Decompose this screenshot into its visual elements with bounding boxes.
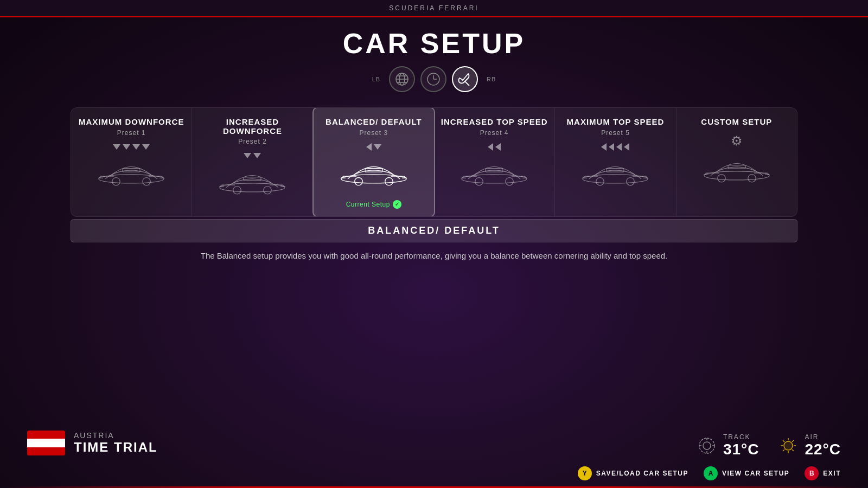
preset-3-arrows — [366, 142, 381, 152]
svg-point-29 — [704, 171, 769, 179]
svg-point-18 — [355, 177, 362, 185]
page-title: CAR SETUP — [343, 27, 525, 60]
arrow-2 — [253, 153, 261, 158]
svg-point-11 — [143, 177, 150, 185]
preset-1-subtitle: Preset 1 — [117, 129, 146, 137]
preset-card-2[interactable]: INCREASED DOWNFORCE Preset 2 — [192, 108, 313, 216]
preset-4-subtitle: Preset 4 — [480, 129, 509, 137]
preset-card-3[interactable]: BALANCED/ DEFAULT Preset 3 — [312, 107, 435, 217]
preset-2-car — [197, 164, 307, 204]
preset-1-arrows — [113, 142, 150, 152]
preset-5-subtitle: Preset 5 — [601, 129, 630, 137]
svg-point-19 — [385, 177, 393, 185]
preset-card-4[interactable]: INCREASED TOP SPEED Preset 4 — [434, 108, 555, 216]
setup-description: The Balanced setup provides you with goo… — [71, 250, 797, 262]
setup-info-bar: BALANCED/ DEFAULT — [71, 219, 797, 242]
preset-1-car — [76, 155, 186, 196]
preset-3-title: BALANCED/ DEFAULT — [326, 118, 422, 127]
current-setup-badge: Current Setup ✓ — [346, 200, 401, 209]
svg-point-23 — [506, 177, 513, 185]
preset-3-car — [319, 155, 429, 196]
tab-wrench[interactable] — [452, 66, 478, 92]
arrow-2 — [609, 143, 614, 151]
arrow-left — [366, 143, 372, 151]
current-setup-label: Current Setup — [346, 201, 390, 208]
preset-card-custom[interactable]: CUSTOM SETUP ⚙ — [676, 108, 797, 216]
team-name: SCUDERIA FERRARI — [389, 4, 478, 12]
svg-point-26 — [596, 177, 604, 185]
arrow-4 — [624, 143, 629, 151]
arrow-4 — [142, 144, 150, 150]
cards-row: MAXIMUM DOWNFORCE Preset 1 — [71, 107, 797, 217]
svg-point-9 — [99, 174, 164, 183]
svg-point-31 — [748, 174, 756, 182]
svg-point-22 — [475, 177, 483, 185]
svg-point-17 — [341, 174, 406, 183]
preset-2-subtitle: Preset 2 — [238, 138, 267, 145]
custom-title: CUSTOM SETUP — [701, 118, 772, 127]
arrow-2 — [123, 144, 130, 150]
preset-4-arrows — [488, 142, 501, 152]
svg-point-15 — [264, 187, 271, 194]
check-icon: ✓ — [393, 200, 401, 209]
preset-4-title: INCREASED TOP SPEED — [441, 118, 548, 127]
selected-setup-title: BALANCED/ DEFAULT — [368, 225, 500, 236]
tab-globe[interactable] — [389, 66, 415, 92]
svg-point-21 — [462, 174, 527, 183]
preset-card-5[interactable]: MAXIMUM TOP SPEED Preset 5 — [555, 108, 676, 216]
svg-point-10 — [112, 177, 120, 185]
tab-rb[interactable]: RB — [483, 75, 499, 84]
preset-2-title: INCREASED DOWNFORCE — [197, 118, 307, 136]
presets-container: MAXIMUM DOWNFORCE Preset 1 — [71, 107, 797, 262]
svg-point-14 — [233, 187, 241, 194]
main-content: CAR SETUP LB RB — [0, 0, 868, 488]
custom-car — [682, 152, 792, 192]
preset-card-1[interactable]: MAXIMUM DOWNFORCE Preset 1 — [71, 108, 192, 216]
preset-5-car — [560, 155, 670, 196]
arrow-1 — [113, 144, 120, 150]
preset-5-title: MAXIMUM TOP SPEED — [567, 118, 665, 127]
arrow-down — [374, 144, 381, 150]
svg-point-30 — [718, 174, 725, 182]
svg-line-8 — [465, 81, 469, 86]
svg-point-27 — [627, 177, 634, 185]
arrow-3 — [616, 143, 622, 151]
tab-bar: LB RB — [369, 66, 500, 92]
gear-icon: ⚙ — [731, 133, 743, 149]
arrow-1 — [244, 153, 251, 158]
svg-point-13 — [220, 183, 285, 192]
tab-lb[interactable]: LB — [369, 75, 384, 84]
arrow-3 — [132, 144, 140, 150]
preset-5-arrows — [601, 142, 629, 152]
arrow-2 — [495, 143, 501, 151]
preset-3-subtitle: Preset 3 — [359, 129, 388, 137]
top-bar: SCUDERIA FERRARI — [0, 0, 868, 17]
preset-2-arrows — [244, 151, 261, 160]
arrow-1 — [601, 143, 607, 151]
preset-1-title: MAXIMUM DOWNFORCE — [79, 118, 184, 127]
preset-4-car — [439, 155, 549, 196]
svg-point-25 — [583, 174, 648, 183]
arrow-1 — [488, 143, 493, 151]
tab-clock[interactable] — [420, 66, 446, 92]
